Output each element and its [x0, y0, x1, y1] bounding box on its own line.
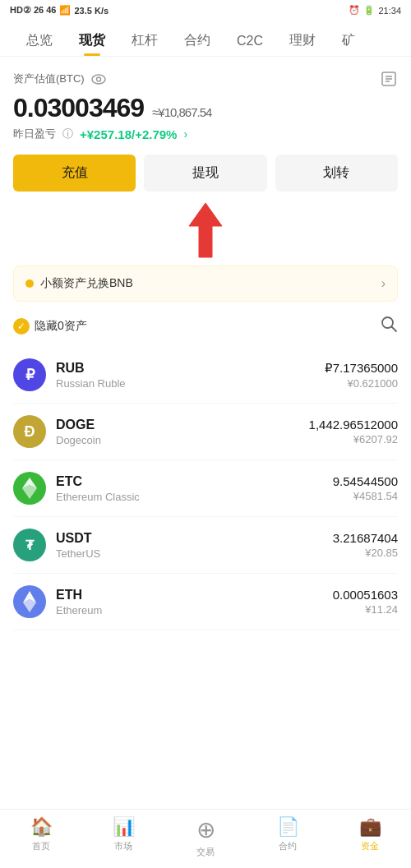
- eth-info: ETH Ethereum: [56, 588, 333, 616]
- rub-icon: ₽: [13, 358, 46, 391]
- trade-icon: ⊕: [196, 816, 215, 843]
- alarm-icon: ⏰: [349, 5, 360, 16]
- search-button[interactable]: [380, 315, 398, 337]
- pnl-arrow-icon: ›: [183, 127, 187, 141]
- usdt-name: TetherUS: [56, 547, 333, 560]
- coin-item-rub[interactable]: ₽ RUB Russian Ruble ₽7.17365000 ¥0.62100…: [13, 347, 398, 404]
- pnl-label: 昨日盈亏: [13, 127, 56, 141]
- coin-item-etc[interactable]: ETC Ethereum Classic 9.54544500 ¥4581.54: [13, 460, 398, 517]
- nav-trade[interactable]: ⊕ 交易: [164, 816, 247, 858]
- eth-values: 0.00051603 ¥11.24: [333, 588, 398, 616]
- swap-arrow-icon: ›: [381, 276, 386, 291]
- withdraw-button[interactable]: 提现: [144, 155, 266, 192]
- eth-icon: [13, 585, 46, 618]
- usdt-values: 3.21687404 ¥20.85: [333, 531, 398, 559]
- rub-symbol: RUB: [56, 361, 325, 376]
- etc-values: 9.54544500 ¥4581.54: [333, 474, 398, 502]
- status-speed: 23.5 K/s: [74, 6, 109, 16]
- market-icon: 📊: [113, 816, 135, 838]
- swap-banner-text: 小额资产兑换BNB: [40, 276, 133, 291]
- eye-icon[interactable]: [91, 73, 106, 85]
- usdt-icon: ₮: [13, 529, 46, 561]
- arrow-annotation: [13, 201, 398, 259]
- status-bar: HD② 26 46 📶 23.5 K/s ⏰ 🔋 21:34: [0, 0, 411, 21]
- funds-icon: 💼: [359, 816, 381, 838]
- rub-amount: ₽7.17365000: [325, 361, 398, 376]
- bottom-nav: 🏠 首页 📊 市场 ⊕ 交易 📄 合约 💼 资金: [0, 809, 411, 868]
- doge-info: DOGE Dogecoin: [56, 418, 309, 446]
- deposit-button[interactable]: 充值: [13, 155, 136, 192]
- asset-label-row: 资产估值(BTC): [13, 70, 398, 88]
- pnl-value: +¥257.18/+2.79%: [80, 127, 177, 141]
- swap-banner[interactable]: 小额资产兑换BNB ›: [13, 265, 398, 302]
- status-right: ⏰ 🔋 21:34: [349, 5, 401, 16]
- hide-zero-row[interactable]: ✓ 隐藏0资产: [13, 318, 87, 335]
- etc-info: ETC Ethereum Classic: [56, 474, 333, 503]
- swap-banner-left: 小额资产兑换BNB: [25, 276, 133, 291]
- nav-item-mining[interactable]: 矿: [329, 25, 368, 56]
- action-buttons-row: 充值 提现 划转: [13, 155, 398, 192]
- futures-label: 合约: [279, 840, 297, 852]
- etc-cny: ¥4581.54: [333, 490, 398, 502]
- asset-value-row: 0.03003469 ≈¥10,867.54: [13, 93, 398, 123]
- home-label: 首页: [32, 840, 50, 852]
- nav-futures[interactable]: 📄 合约: [247, 816, 329, 858]
- hide-zero-label: 隐藏0资产: [35, 319, 87, 334]
- swap-dot-icon: [25, 279, 34, 288]
- coin-item-eth[interactable]: ETH Ethereum 0.00051603 ¥11.24: [13, 574, 398, 630]
- asset-label-text: 资产估值(BTC): [13, 72, 85, 86]
- nav-item-earn[interactable]: 理财: [276, 25, 329, 56]
- svg-point-1: [96, 77, 100, 81]
- status-time: 21:34: [378, 6, 401, 16]
- nav-item-c2c[interactable]: C2C: [224, 27, 276, 55]
- coin-list: ₽ RUB Russian Ruble ₽7.17365000 ¥0.62100…: [13, 347, 398, 630]
- btc-value: 0.03003469: [13, 93, 144, 123]
- transfer-button[interactable]: 划转: [275, 155, 398, 192]
- rub-values: ₽7.17365000 ¥0.621000: [325, 361, 398, 390]
- pnl-info-icon: ⓘ: [62, 127, 73, 141]
- coin-item-doge[interactable]: Ð DOGE Dogecoin 1,442.96512000 ¥6207.92: [13, 404, 398, 460]
- nav-market[interactable]: 📊 市场: [82, 816, 164, 858]
- usdt-info: USDT TetherUS: [56, 531, 333, 560]
- nav-item-overview[interactable]: 总览: [13, 25, 66, 56]
- etc-amount: 9.54544500: [333, 474, 398, 488]
- rub-name: Russian Ruble: [56, 377, 325, 390]
- main-content: 资产估值(BTC) 0.03003469 ≈¥10,867.54: [0, 57, 411, 630]
- status-network: HD② 26 46: [10, 5, 56, 16]
- eth-amount: 0.00051603: [333, 588, 398, 602]
- usdt-amount: 3.21687404: [333, 531, 398, 545]
- home-icon: 🏠: [30, 816, 53, 838]
- doge-icon: Ð: [13, 415, 46, 448]
- usdt-cny: ¥20.85: [333, 547, 398, 559]
- status-wifi-icon: 📶: [59, 5, 71, 16]
- checkmark-icon: ✓: [13, 318, 30, 335]
- futures-icon: 📄: [277, 816, 299, 838]
- nav-item-futures[interactable]: 合约: [171, 25, 224, 56]
- doge-values: 1,442.96512000 ¥6207.92: [309, 418, 398, 446]
- nav-home[interactable]: 🏠 首页: [0, 816, 82, 858]
- usdt-symbol: USDT: [56, 531, 333, 546]
- coin-item-usdt[interactable]: ₮ USDT TetherUS 3.21687404 ¥20.85: [13, 517, 398, 574]
- nav-item-spot[interactable]: 现货: [66, 25, 118, 56]
- etc-name: Ethereum Classic: [56, 491, 333, 503]
- funds-label: 资金: [361, 840, 379, 852]
- status-left: HD② 26 46 📶 23.5 K/s: [10, 5, 109, 16]
- doge-cny: ¥6207.92: [309, 433, 398, 446]
- svg-line-8: [392, 327, 397, 332]
- pnl-row: 昨日盈亏 ⓘ +¥257.18/+2.79% ›: [13, 127, 398, 141]
- nav-funds[interactable]: 💼 资金: [329, 816, 411, 858]
- eth-symbol: ETH: [56, 588, 333, 603]
- cny-approx: ≈¥10,867.54: [152, 105, 211, 119]
- nav-item-margin[interactable]: 杠杆: [118, 25, 171, 56]
- record-icon-wrap[interactable]: [380, 70, 398, 88]
- rub-info: RUB Russian Ruble: [56, 361, 325, 390]
- doge-amount: 1,442.96512000: [309, 418, 398, 432]
- doge-name: Dogecoin: [56, 434, 309, 446]
- etc-symbol: ETC: [56, 474, 333, 489]
- eth-name: Ethereum: [56, 604, 333, 616]
- etc-icon: [13, 472, 46, 505]
- svg-marker-6: [189, 203, 222, 257]
- eth-cny: ¥11.24: [333, 603, 398, 616]
- rub-cny: ¥0.621000: [325, 377, 398, 390]
- trade-label: 交易: [196, 846, 215, 858]
